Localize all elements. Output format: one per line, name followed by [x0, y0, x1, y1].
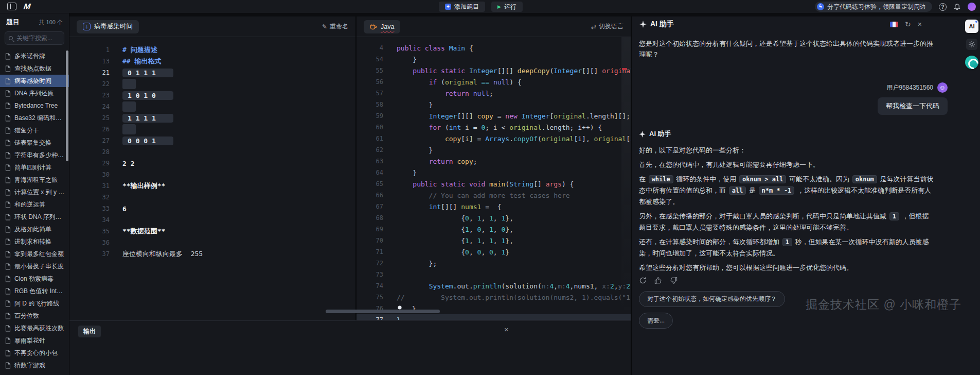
code-line-text: return null; — [397, 90, 493, 97]
ai-close-icon[interactable]: × — [918, 21, 922, 28]
line-number: 29 — [69, 160, 110, 167]
sidebar-item[interactable]: 阿 D 的飞行路线 — [0, 297, 69, 310]
line-number: 28 — [69, 148, 110, 156]
sidebar-item[interactable]: 青海湖租车之旅 — [0, 174, 69, 186]
problem-tab[interactable]: ↓ 病毒感染时间 — [77, 20, 139, 33]
thumbs-up-icon[interactable] — [654, 277, 662, 284]
bolt-icon: ϟ — [817, 3, 824, 10]
md-line-text: 1 1 1 1 — [122, 114, 173, 123]
search-input[interactable] — [15, 34, 60, 42]
ai-analysis-paragraph: 在 while 循环的条件中，使用 oknum > all 可能不太准确。因为 … — [639, 174, 935, 207]
sidebar-item[interactable]: 猜数字游戏 — [0, 359, 69, 371]
sidebar-item[interactable]: 进制求和转换 — [0, 235, 69, 248]
sidebar-item[interactable]: 简单四则计算 — [0, 161, 69, 174]
line-number: 21 — [69, 69, 110, 76]
suggested-question-chip[interactable]: 对于这个初始状态，如何确定感染的优先顺序？ — [639, 291, 785, 307]
user-message-bubble: 帮我检查一下代码 — [878, 97, 948, 115]
document-icon — [5, 226, 11, 233]
document-icon — [5, 214, 11, 220]
code-line-text: } — [397, 146, 433, 154]
bell-icon[interactable] — [953, 3, 961, 11]
sidebar-item[interactable]: Cion 勒索病毒 — [0, 272, 69, 285]
suggested-question-chip[interactable]: 需要... — [639, 313, 673, 329]
sidebar-item[interactable]: 猫鱼分干 — [0, 124, 69, 137]
md-line: 31**输出样例** — [69, 180, 355, 192]
output-tab[interactable]: 输出 — [78, 326, 101, 337]
line-number: 59 — [357, 112, 383, 120]
regenerate-icon[interactable] — [639, 277, 647, 284]
search-box[interactable] — [5, 31, 64, 45]
share-banner[interactable]: ϟ 分享代码练习体验，领限量定制周边 — [815, 2, 932, 12]
code-line: 69 {1, 0, 1, 0}, — [357, 224, 631, 235]
flag-icon[interactable] — [890, 22, 898, 27]
sidebar-item[interactable]: 多米诺骨牌 — [0, 50, 69, 62]
sidebar-scrollbar[interactable] — [66, 50, 68, 161]
language-tab[interactable]: Java — [364, 20, 400, 33]
markdown-editor[interactable]: 1# 问题描述13## 输出格式210 1 1 122231 0 1 02425… — [69, 37, 355, 320]
sidebar-item[interactable]: 拿到最多红包金额 — [0, 248, 69, 260]
download-icon: ↓ — [83, 23, 91, 30]
sidebar-item[interactable]: RGB 色值转 Integer — [0, 285, 69, 297]
code-line-text: {0, 0, 0, 1} — [397, 248, 509, 256]
extension-gear-icon[interactable] — [966, 39, 977, 50]
md-line: 24 — [69, 101, 355, 112]
sidebar-item[interactable]: 查找热点数据 — [0, 62, 69, 75]
line-number: 62 — [357, 146, 383, 154]
add-problem-button[interactable]: + 添加题目 — [439, 2, 485, 12]
sidebar-item[interactable]: 比赛最高获胜次数 — [0, 322, 69, 334]
ai-extension-icon[interactable]: AI — [965, 20, 978, 33]
sidebar-item[interactable]: DNA 序列还原 — [0, 87, 69, 99]
md-line: 32 — [69, 192, 355, 203]
document-icon — [5, 152, 11, 159]
history-icon[interactable]: ↻ — [905, 21, 911, 28]
code-line-text: {1, 0, 1, 0}, — [397, 226, 513, 233]
sidebar-item[interactable]: 不再贪心的小包 — [0, 347, 69, 359]
run-button[interactable]: ▶ 运行 — [491, 2, 523, 12]
sidebar-item[interactable]: Bytedance Tree — [0, 99, 69, 112]
code-line: 57 return null; — [357, 88, 631, 99]
output-close-icon[interactable]: × — [504, 325, 509, 334]
sidebar-item-label: 暴雨梨花针 — [14, 336, 45, 345]
code-line-text: Integer[][] copy = new Integer[original.… — [397, 112, 630, 120]
md-line: 292 2 — [69, 158, 355, 169]
extension-logo-icon[interactable] — [965, 56, 978, 69]
line-number: 64 — [357, 169, 383, 176]
thumbs-down-icon[interactable] — [670, 277, 678, 284]
code-line: 71 {0, 0, 0, 1} — [357, 246, 631, 258]
sidebar-item[interactable]: 计算位置 x 到 y 的... — [0, 186, 69, 198]
inline-code: n*m * -1 — [759, 186, 795, 195]
code-line: 68 {0, 1, 1, 1}, — [357, 212, 631, 224]
sidebar-item-label: 及格如此简单 — [14, 225, 51, 234]
minimap[interactable] — [621, 37, 631, 318]
user-avatar[interactable] — [968, 3, 976, 11]
sidebar-toggle-icon[interactable] — [7, 3, 16, 10]
sidebar-item[interactable]: 环状 DNA 序列整理 — [0, 211, 69, 223]
sidebar-item[interactable]: 最小替换子串长度 — [0, 260, 69, 272]
help-icon[interactable]: ? — [939, 3, 947, 11]
sidebar-item[interactable]: 和的逆运算 — [0, 198, 69, 211]
horizontal-scrollbar[interactable] — [326, 310, 440, 313]
code-line: 67 int[][] nums1 = { — [357, 201, 631, 212]
md-line: 13## 输出格式 — [69, 56, 355, 67]
sidebar-item[interactable]: 暴雨梨花针 — [0, 334, 69, 347]
code-editor[interactable]: 4public class Main {54 }55 public static… — [357, 37, 631, 320]
md-line-text: 0 1 1 1 — [122, 69, 173, 77]
sidebar-item[interactable]: 及格如此简单 — [0, 223, 69, 235]
code-line: 64 } — [357, 167, 631, 178]
sidebar-item[interactable]: 字符串有多少种可... — [0, 149, 69, 161]
sidebar-item[interactable]: 百分位数 — [0, 310, 69, 322]
md-line-text: ## 输出格式 — [122, 57, 161, 66]
md-line: 336 — [69, 203, 355, 214]
inline-code: oknum — [852, 175, 877, 183]
sidebar-item-label: 最小替换子串长度 — [14, 262, 64, 271]
sidebar-item[interactable]: Base32 编码和解码 — [0, 112, 69, 124]
rename-button[interactable]: ✎ 重命名 — [322, 22, 348, 31]
sidebar-item-label: 字符串有多少种可... — [14, 151, 66, 160]
line-number: 63 — [357, 158, 383, 165]
ai-intro-message: 您是对这个初始状态的分析有什么疑问，还是希望基于这个状态给出具体的代码实现或者进… — [639, 38, 935, 60]
switch-language-button[interactable]: ⇄ 切换语言 — [591, 22, 623, 31]
sidebar-item-label: 阿 D 的飞行路线 — [14, 299, 59, 308]
sidebar-item[interactable]: 链表聚集交换 — [0, 137, 69, 149]
sidebar-item[interactable]: 病毒感染时间 — [0, 75, 69, 87]
app-logo[interactable]: M — [23, 2, 31, 11]
